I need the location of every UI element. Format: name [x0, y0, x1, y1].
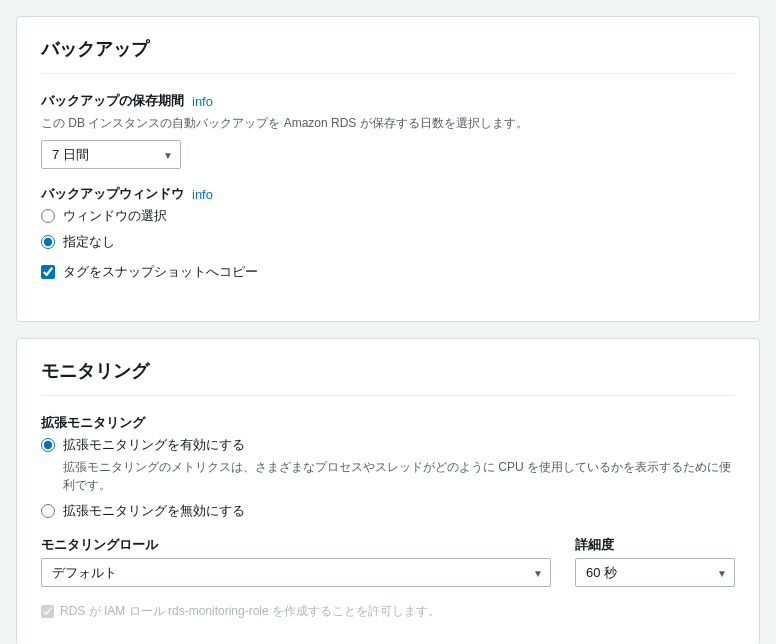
role-col: モニタリングロール デフォルト ▼: [41, 536, 551, 587]
tags-copy-label: タグをスナップショットへコピー: [63, 263, 258, 281]
monitoring-title: モニタリング: [41, 359, 735, 396]
granularity-select-wrapper: 60 秒 1 秒 5 秒 10 秒 15 秒 30 秒 ▼: [575, 558, 735, 587]
backup-section: バックアップ バックアップの保存期間 info この DB インスタンスの自動バ…: [16, 16, 760, 322]
monitoring-section: モニタリング 拡張モニタリング 拡張モニタリングを有効にする 拡張モニタリングの…: [16, 338, 760, 644]
window-option2-item[interactable]: 指定なし: [41, 233, 735, 251]
tags-copy-checkbox[interactable]: [41, 265, 55, 279]
enable-monitoring-label: 拡張モニタリングを有効にする: [63, 436, 245, 454]
granularity-label: 詳細度: [575, 536, 735, 554]
granularity-select[interactable]: 60 秒 1 秒 5 秒 10 秒 15 秒 30 秒: [575, 558, 735, 587]
enable-monitoring-description: 拡張モニタリングのメトリクスは、さまざまなプロセスやスレッドがどのように CPU…: [63, 458, 735, 494]
role-select[interactable]: デフォルト: [41, 558, 551, 587]
role-select-wrapper: デフォルト ▼: [41, 558, 551, 587]
window-option1-label: ウィンドウの選択: [63, 207, 167, 225]
retention-label: バックアップの保存期間 info: [41, 92, 735, 110]
role-label: モニタリングロール: [41, 536, 551, 554]
disable-monitoring-item[interactable]: 拡張モニタリングを無効にする: [41, 502, 735, 520]
enhanced-monitoring-group: 拡張モニタリング 拡張モニタリングを有効にする 拡張モニタリングのメトリクスは、…: [41, 414, 735, 520]
window-field-group: バックアップウィンドウ info ウィンドウの選択 指定なし タグをスナップショ…: [41, 185, 735, 281]
enhanced-monitoring-label: 拡張モニタリング: [41, 414, 735, 432]
enable-monitoring-item[interactable]: 拡張モニタリングを有効にする: [41, 436, 735, 454]
enhanced-radio-group: 拡張モニタリングを有効にする 拡張モニタリングのメトリクスは、さまざまなプロセス…: [41, 436, 735, 520]
iam-checkbox: [41, 605, 54, 618]
iam-notice-text: RDS が IAM ロール rds-monitoring-role を作成するこ…: [60, 603, 440, 620]
window-option1-item[interactable]: ウィンドウの選択: [41, 207, 735, 225]
iam-notice: RDS が IAM ロール rds-monitoring-role を作成するこ…: [41, 603, 735, 620]
window-option2-label: 指定なし: [63, 233, 115, 251]
window-info-link[interactable]: info: [192, 187, 213, 202]
retention-info-link[interactable]: info: [192, 94, 213, 109]
retention-description: この DB インスタンスの自動バックアップを Amazon RDS が保存する日…: [41, 114, 735, 132]
monitoring-role-row: モニタリングロール デフォルト ▼ 詳細度 60 秒 1 秒 5 秒 10 秒 …: [41, 536, 735, 587]
backup-title: バックアップ: [41, 37, 735, 74]
retention-select-wrapper: 7 日間 1 日間 2 日間 35 日間 ▼: [41, 140, 181, 169]
granularity-col: 詳細度 60 秒 1 秒 5 秒 10 秒 15 秒 30 秒 ▼: [575, 536, 735, 587]
window-option1-radio[interactable]: [41, 209, 55, 223]
window-option2-radio[interactable]: [41, 235, 55, 249]
window-label: バックアップウィンドウ info: [41, 185, 735, 203]
disable-monitoring-label: 拡張モニタリングを無効にする: [63, 502, 245, 520]
retention-field-group: バックアップの保存期間 info この DB インスタンスの自動バックアップを …: [41, 92, 735, 169]
tags-copy-item[interactable]: タグをスナップショットへコピー: [41, 263, 735, 281]
retention-select[interactable]: 7 日間 1 日間 2 日間 35 日間: [41, 140, 181, 169]
window-radio-group: ウィンドウの選択 指定なし: [41, 207, 735, 251]
disable-monitoring-radio[interactable]: [41, 504, 55, 518]
enable-monitoring-radio[interactable]: [41, 438, 55, 452]
